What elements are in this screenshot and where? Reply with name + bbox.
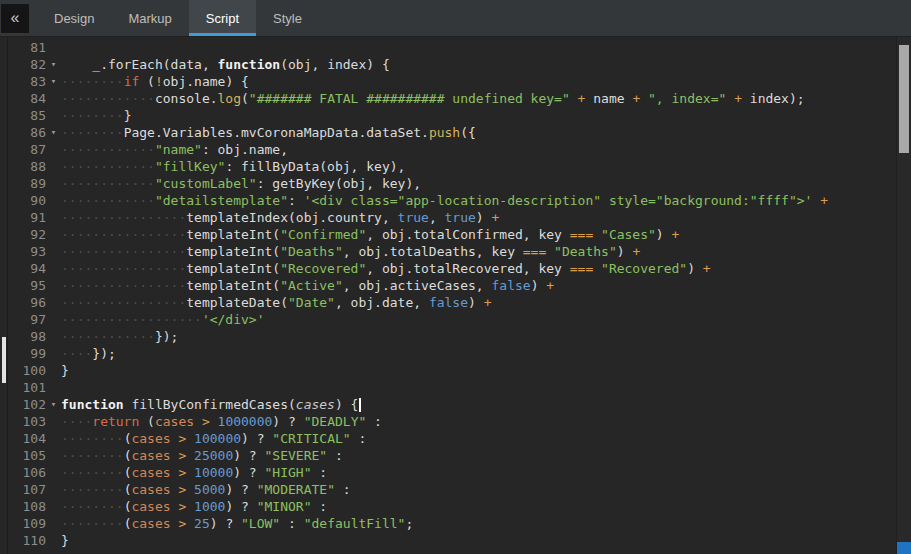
fold-spacer — [46, 464, 61, 481]
code-line[interactable]: 82▾ _.forEach(data, function(obj, index)… — [8, 56, 896, 73]
code-line[interactable]: 94················templateInt("Recovered… — [8, 260, 896, 277]
code-line[interactable]: 99····}); — [8, 345, 896, 362]
line-number: 103 — [8, 413, 46, 430]
code-line[interactable]: 88············"fillKey": fillByData(obj,… — [8, 158, 896, 175]
code-line[interactable]: 101 — [8, 379, 896, 396]
text-cursor — [359, 398, 361, 412]
code-line[interactable]: 100} — [8, 362, 896, 379]
fold-spacer — [46, 175, 61, 192]
chevrons-left-icon: « — [11, 9, 20, 27]
line-number: 85 — [8, 107, 46, 124]
code-line[interactable]: 103····return (cases > 1000000) ? "DEADL… — [8, 413, 896, 430]
code-text: ····}); — [61, 345, 896, 362]
code-line[interactable]: 102▾function fillByConfirmedCases(cases)… — [8, 396, 896, 413]
code-text — [61, 379, 896, 396]
code-line[interactable]: 97··················'</div>' — [8, 311, 896, 328]
script-editor-window: « Design Markup Script Style 8182▾ _.for… — [0, 0, 911, 554]
line-number: 92 — [8, 226, 46, 243]
panel-resize-handle[interactable] — [2, 337, 6, 383]
code-text: ················templateDate("Date", obj… — [61, 294, 896, 311]
code-text: } — [61, 362, 896, 379]
fold-spacer — [46, 447, 61, 464]
code-line[interactable]: 109········(cases > 25) ? "LOW" : "defau… — [8, 515, 896, 532]
code-line[interactable]: 85········} — [8, 107, 896, 124]
code-text: } — [61, 532, 896, 549]
code-line[interactable]: 90············"detailstemplate": '<div c… — [8, 192, 896, 209]
fold-spacer — [46, 209, 61, 226]
line-number: 95 — [8, 277, 46, 294]
code-line[interactable]: 84············console.log("####### FATAL… — [8, 90, 896, 107]
fold-toggle-icon[interactable]: ▾ — [46, 56, 61, 73]
code-text: ················templateInt("Recovered",… — [61, 260, 896, 277]
code-line[interactable]: 95················templateInt("Active", … — [8, 277, 896, 294]
code-text: ········} — [61, 107, 896, 124]
code-text: ········(cases > 1000) ? "MINOR" : — [61, 498, 896, 515]
fold-spacer — [46, 294, 61, 311]
code-text: ············"fillKey": fillByData(obj, k… — [61, 158, 896, 175]
code-text: ············"name": obj.name, — [61, 141, 896, 158]
fold-spacer — [46, 141, 61, 158]
code-line[interactable]: 105········(cases > 25000) ? "SEVERE" : — [8, 447, 896, 464]
code-line[interactable]: 93················templateInt("Deaths", … — [8, 243, 896, 260]
code-line[interactable]: 91················templateIndex(obj.coun… — [8, 209, 896, 226]
line-number: 100 — [8, 362, 46, 379]
tab-script[interactable]: Script — [189, 0, 256, 36]
fold-spacer — [46, 158, 61, 175]
code-line[interactable]: 83▾········if (!obj.name) { — [8, 73, 896, 90]
fold-spacer — [46, 226, 61, 243]
vertical-scrollbar[interactable] — [896, 37, 911, 554]
code-line[interactable]: 96················templateDate("Date", o… — [8, 294, 896, 311]
code-line[interactable]: 86▾········Page.Variables.mvCoronaMapDat… — [8, 124, 896, 141]
tab-design[interactable]: Design — [37, 0, 111, 36]
line-number: 91 — [8, 209, 46, 226]
code-line[interactable]: 92················templateInt("Confirmed… — [8, 226, 896, 243]
code-area[interactable]: 8182▾ _.forEach(data, function(obj, inde… — [8, 37, 896, 554]
line-number: 108 — [8, 498, 46, 515]
code-line[interactable]: 110} — [8, 532, 896, 549]
line-number: 97 — [8, 311, 46, 328]
fold-toggle-icon[interactable]: ▾ — [46, 73, 61, 90]
code-text: ········(cases > 25000) ? "SEVERE" : — [61, 447, 896, 464]
line-number: 99 — [8, 345, 46, 362]
fold-spacer — [46, 498, 61, 515]
fold-spacer — [46, 481, 61, 498]
collapse-panel-button[interactable]: « — [1, 4, 29, 33]
fold-spacer — [46, 328, 61, 345]
line-number: 88 — [8, 158, 46, 175]
line-number: 89 — [8, 175, 46, 192]
line-number: 102 — [8, 396, 46, 413]
code-text: _.forEach(data, function(obj, index) { — [61, 56, 896, 73]
line-number: 107 — [8, 481, 46, 498]
code-line[interactable]: 107········(cases > 5000) ? "MODERATE" : — [8, 481, 896, 498]
panel-resize-rail[interactable] — [0, 37, 8, 554]
code-text: ················templateInt("Confirmed",… — [61, 226, 896, 243]
code-line[interactable]: 98············}); — [8, 328, 896, 345]
code-text: ········Page.Variables.mvCoronaMapData.d… — [61, 124, 896, 141]
code-text: ············}); — [61, 328, 896, 345]
fold-spacer — [46, 90, 61, 107]
fold-spacer — [46, 39, 61, 56]
code-line[interactable]: 108········(cases > 1000) ? "MINOR" : — [8, 498, 896, 515]
code-text: ················templateIndex(obj.countr… — [61, 209, 896, 226]
code-line[interactable]: 89············"customLabel": getByKey(ob… — [8, 175, 896, 192]
scrollbar-thumb[interactable] — [899, 45, 909, 153]
fold-toggle-icon[interactable]: ▾ — [46, 124, 61, 141]
line-number: 81 — [8, 39, 46, 56]
code-line[interactable]: 81 — [8, 39, 896, 56]
fold-spacer — [46, 413, 61, 430]
fold-spacer — [46, 107, 61, 124]
code-line[interactable]: 104········(cases > 100000) ? "CRITICAL"… — [8, 430, 896, 447]
fold-spacer — [46, 311, 61, 328]
line-number: 86 — [8, 124, 46, 141]
line-number: 105 — [8, 447, 46, 464]
fold-spacer — [46, 515, 61, 532]
code-line[interactable]: 87············"name": obj.name, — [8, 141, 896, 158]
code-text: ················templateInt("Active", ob… — [61, 277, 896, 294]
fold-toggle-icon[interactable]: ▾ — [46, 396, 61, 413]
tab-style[interactable]: Style — [256, 0, 319, 36]
code-text: ········(cases > 100000) ? "CRITICAL" : — [61, 430, 896, 447]
code-text: ············"detailstemplate": '<div cla… — [61, 192, 896, 209]
tab-markup[interactable]: Markup — [111, 0, 188, 36]
code-line[interactable]: 106········(cases > 10000) ? "HIGH" : — [8, 464, 896, 481]
line-number: 110 — [8, 532, 46, 549]
